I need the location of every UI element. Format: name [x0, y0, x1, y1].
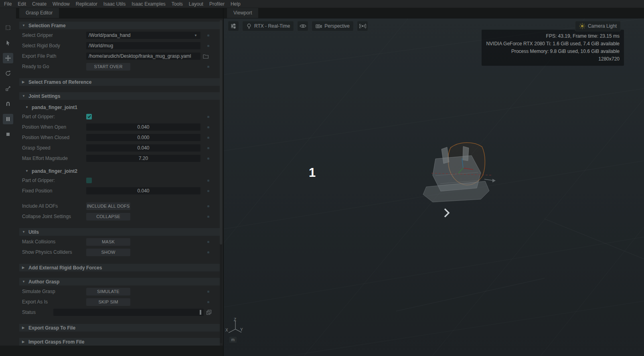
- grasp-speed-label: Grasp Speed: [22, 145, 86, 151]
- select-rigid-body-input[interactable]: /World/mug: [86, 42, 200, 49]
- joint2-part-of-gripper-checkbox[interactable]: [86, 178, 92, 183]
- simulate-grasp-label: Simulate Grasp: [22, 289, 86, 294]
- menu-layout[interactable]: Layout: [189, 1, 203, 7]
- grasp-speed-input[interactable]: 0.040: [86, 144, 200, 152]
- scrollbar-thumb[interactable]: [220, 20, 222, 245]
- row-export-as-is: Export As Is SKIP SIM: [16, 297, 223, 307]
- section-external-forces[interactable]: ▶ Add External Rigid Body Forces: [19, 264, 220, 271]
- section-author-grasp[interactable]: ▼ Author Grasp: [19, 278, 220, 285]
- section-title: Import Grasps From File: [28, 339, 84, 345]
- section-utils[interactable]: ▼ Utils: [19, 228, 220, 236]
- stop-tool-button[interactable]: [3, 129, 13, 140]
- grasp-speed-value: 0.040: [137, 145, 149, 151]
- status-bar: [53, 309, 204, 316]
- move-icon: [5, 55, 11, 61]
- subsection-joint2[interactable]: ▼ panda_finger_joint2: [25, 168, 220, 174]
- section-selection-frame[interactable]: ▼ Selection Frame: [19, 22, 220, 29]
- select-tool-button[interactable]: [3, 22, 13, 33]
- start-over-button[interactable]: START OVER: [86, 63, 130, 71]
- select-icon: [5, 24, 11, 31]
- tab-viewport[interactable]: Viewport: [227, 8, 258, 18]
- audio-emitter-button[interactable]: [357, 21, 368, 31]
- section-export-grasp[interactable]: ▶ Export Grasp To File: [19, 324, 220, 332]
- status-label: Status: [22, 309, 53, 315]
- folder-icon[interactable]: [203, 54, 209, 59]
- grid-lines-bright: [396, 219, 644, 311]
- position-when-closed-value: 0.000: [137, 135, 149, 140]
- row-joint2-part-of-gripper: Part of Gripper:: [16, 175, 223, 186]
- menu-isaac-utils[interactable]: Isaac Utils: [103, 1, 126, 7]
- property-dot: [207, 241, 209, 243]
- menu-edit[interactable]: Edit: [18, 1, 26, 7]
- ready-to-go-label: Ready to Go: [22, 64, 86, 69]
- mask-button[interactable]: MASK: [86, 238, 130, 246]
- section-title: Selection Frame: [28, 23, 66, 28]
- menu-tools[interactable]: Tools: [172, 1, 183, 7]
- select-gripper-dropdown[interactable]: /World/panda_hand ▼: [86, 32, 200, 39]
- row-select-gripper: Select Gripper /World/panda_hand ▼: [16, 30, 223, 40]
- frame-arrow-head: [492, 179, 496, 182]
- collapse-joint-settings-label: Collapse Joint Settings: [22, 214, 86, 219]
- scale-tool-button[interactable]: [3, 83, 13, 94]
- collapse-button[interactable]: COLLAPSE: [86, 213, 130, 220]
- show-button[interactable]: SHOW: [86, 249, 130, 256]
- max-effort-label: Max Effort Magnitude: [22, 156, 86, 161]
- rotate-tool-button[interactable]: [3, 68, 13, 79]
- section-select-frames[interactable]: ▶ Select Frames of Reference: [19, 78, 220, 86]
- grasp-editor-panel: ▼ Selection Frame Select Gripper /World/…: [16, 18, 223, 346]
- menu-isaac-examples[interactable]: Isaac Examples: [132, 1, 166, 7]
- pointer-icon: [5, 40, 11, 46]
- renderer-selector[interactable]: RTX - Real-Time: [242, 21, 294, 31]
- position-when-closed-input[interactable]: 0.000: [86, 134, 200, 141]
- include-all-dofs-button[interactable]: INCLUDE ALL DOFS: [86, 202, 130, 210]
- snap-tool-button[interactable]: [3, 99, 13, 109]
- row-select-rigid-body: Select Rigid Body /World/mug: [16, 40, 223, 51]
- include-all-dofs-label: Include All DOFs: [22, 203, 86, 209]
- tab-grasp-editor[interactable]: Grasp Editor: [19, 8, 59, 18]
- subsection-joint1[interactable]: ▼ panda_finger_joint1: [25, 104, 220, 111]
- position-when-open-input[interactable]: 0.040: [86, 123, 200, 131]
- menu-profiler[interactable]: Profiler: [209, 1, 225, 7]
- menu-help[interactable]: Help: [231, 1, 241, 7]
- section-joint-settings[interactable]: ▼ Joint Settings: [19, 92, 220, 100]
- section-title: Utils: [28, 229, 39, 235]
- left-toolbar: [0, 8, 16, 356]
- menu-create[interactable]: Create: [32, 1, 47, 7]
- panel-scrollbar[interactable]: [220, 20, 222, 343]
- menu-replicator[interactable]: Replicator: [76, 1, 97, 7]
- section-import-grasps[interactable]: ▶ Import Grasps From File: [19, 338, 220, 346]
- subsection-title: panda_finger_joint1: [32, 105, 77, 110]
- property-dot: [207, 205, 209, 207]
- menu-file[interactable]: File: [4, 1, 12, 7]
- property-dot: [207, 34, 209, 36]
- visibility-button[interactable]: [297, 21, 308, 31]
- copy-icon[interactable]: [206, 309, 212, 315]
- frame-arrow: [484, 179, 492, 180]
- row-position-when-open: Position When Open 0.040: [16, 122, 223, 132]
- unit-selector[interactable]: m: [229, 337, 237, 343]
- menu-window[interactable]: Window: [53, 1, 70, 7]
- pointer-tool-button[interactable]: [3, 38, 13, 48]
- property-dot: [207, 45, 209, 47]
- section-title: Select Frames of Reference: [28, 79, 91, 85]
- simulate-button[interactable]: SIMULATE: [86, 288, 130, 295]
- max-effort-input[interactable]: 7.20: [86, 155, 200, 162]
- camera-light-label: Camera Light: [588, 23, 617, 29]
- axis-gizmo-lines: [229, 320, 241, 333]
- pause-tool-button[interactable]: [3, 114, 13, 124]
- joint1-part-of-gripper-checkbox[interactable]: [86, 114, 92, 119]
- property-dot: [207, 137, 209, 139]
- camera-selector[interactable]: Perspective: [312, 21, 354, 31]
- camera-label: Perspective: [324, 23, 350, 29]
- camera-light-button[interactable]: Camera Light: [575, 21, 621, 31]
- export-file-path-input[interactable]: /home/arudich/Desktop/franka_mug_grasp.y…: [86, 53, 200, 60]
- fixed-position-input[interactable]: 0.040: [86, 187, 200, 194]
- render-settings-button[interactable]: [228, 21, 239, 31]
- property-dot: [207, 116, 209, 118]
- scale-icon: [5, 85, 11, 92]
- move-tool-button[interactable]: [3, 53, 13, 63]
- triangle-expanded-icon: ▼: [22, 94, 26, 98]
- skip-sim-button[interactable]: SKIP SIM: [86, 298, 130, 306]
- viewport-canvas[interactable]: RTX - Real-Time Perspective: [224, 18, 644, 356]
- dropdown-caret-icon: ▼: [194, 34, 198, 37]
